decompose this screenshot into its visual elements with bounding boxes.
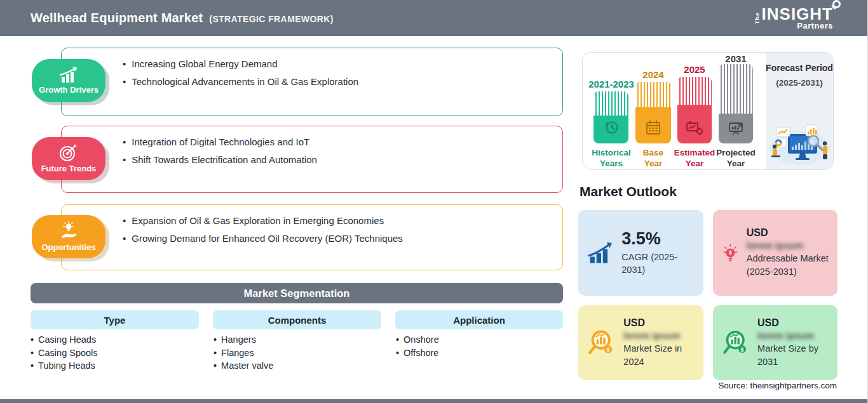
logo-insight-text: INSIGHT [762, 6, 833, 22]
year-label: 2025 [682, 64, 707, 75]
list-item: Hangers [214, 333, 379, 347]
badge-label: Growth Drivers [39, 85, 98, 95]
list-item: Tubing Heads [31, 359, 196, 373]
opportunity-item: Expansion of Oil & Gas Exploration in Em… [123, 214, 550, 228]
growth-drivers-box: Increasing Global Energy Demand Technolo… [61, 48, 563, 116]
growth-driver-item: Technological Advancements in Oil & Gas … [123, 75, 550, 89]
addressable-market-card: $ USD lorem ipsum Addressable Market (20… [713, 210, 837, 296]
segment-column-components: Components [213, 310, 381, 329]
analytics-gear-icon [686, 121, 703, 136]
historical-years-bar [593, 91, 628, 143]
timeline-card: Forecast Period (2025-2031) [582, 52, 834, 170]
svg-text:$: $ [741, 347, 744, 353]
cagr-value: 3.5% [621, 230, 695, 249]
currency-label: USD [757, 317, 829, 329]
future-trend-item: Shift Towards Electrification and Automa… [123, 153, 550, 167]
card-label: Market Size in 2024 [623, 342, 695, 368]
opportunity-item: Growing Demand for Enhanced Oil Recovery… [123, 232, 550, 246]
growth-drivers-badge: Growth Drivers [32, 59, 105, 102]
footer-bar [0, 399, 868, 403]
opportunities-box: Expansion of Oil & Gas Exploration in Em… [61, 204, 563, 270]
base-year-bar [635, 82, 671, 143]
forecast-panel: Forecast Period (2025-2031) [766, 53, 833, 169]
opportunities-badge: Opportunities [32, 215, 105, 258]
magnifier-chart-green-icon: $ [722, 325, 750, 360]
cagr-chart-icon [587, 241, 614, 266]
list-item: Casing Heads [31, 333, 196, 347]
year-label: 2031 [723, 53, 749, 64]
type-list: Casing Heads Casing Spools Tubing Heads [31, 333, 196, 373]
currency-label: USD [623, 317, 695, 329]
bar-caption: Projected Year [714, 148, 758, 169]
bulb-dollar-icon: $ [722, 237, 739, 270]
blurred-value: lorem ipsum [623, 330, 695, 341]
blurred-value: lorem ipsum [747, 240, 829, 251]
segment-column-application: Application [395, 310, 563, 329]
forecast-title: Forecast Period [766, 63, 833, 74]
future-trend-item: Integration of Digital Technologies and … [123, 135, 550, 149]
projected-year-bar [719, 64, 753, 143]
segment-column-type: Type [31, 310, 199, 329]
presentation-icon [728, 121, 744, 136]
list-item: Onshore [396, 333, 561, 347]
logo-the-text: The [754, 8, 761, 24]
infographic-canvas: Wellhead Equipment Market (STRATEGIC FRA… [0, 0, 868, 403]
year-label: 2024 [641, 69, 666, 80]
cagr-label: CAGR (2025-2031) [621, 251, 695, 277]
clock-history-icon [603, 119, 620, 136]
market-size-2031-card: $ USD lorem ipsum Market Size by 2031 [713, 305, 837, 380]
calendar-icon [645, 119, 661, 136]
list-item: Offshore [396, 347, 561, 360]
estimated-year-bar [677, 77, 712, 143]
forecast-range: (2025-2031) [766, 78, 833, 88]
magnifier-chart-orange-icon: $ [587, 325, 616, 360]
future-trends-box: Integration of Digital Technologies and … [61, 126, 563, 193]
year-label: 2021-2023 [586, 79, 637, 89]
list-item: Flanges [214, 347, 379, 360]
bulb-hand-icon [59, 221, 78, 241]
analytics-illustration [768, 122, 831, 167]
magnifier-icon [832, 0, 841, 8]
svg-text:$: $ [729, 249, 732, 256]
page-title: Wellhead Equipment Market [31, 11, 203, 25]
bar-caption: Historical Years [588, 148, 634, 169]
list-item: Master valve [214, 359, 379, 373]
svg-text:$: $ [607, 347, 610, 353]
blurred-value: lorem ipsum [757, 330, 829, 341]
target-dart-icon [59, 144, 78, 162]
badge-label: Future Trends [41, 164, 97, 173]
growth-driver-item: Increasing Global Energy Demand [123, 57, 550, 71]
card-label: Addressable Market (2025-2031) [747, 252, 829, 278]
application-list: Onshore Offshore [396, 333, 561, 359]
bar-caption: Base Year [641, 148, 666, 169]
market-segmentation-header: Market Segmentation [31, 283, 563, 303]
list-item: Casing Spools [31, 347, 196, 360]
market-outlook-title: Market Outlook [580, 184, 677, 199]
growth-chart-icon [58, 67, 79, 83]
page-subtitle: (STRATEGIC FRAMEWORK) [209, 14, 334, 24]
cagr-card: 3.5% CAGR (2025-2031) [578, 210, 703, 296]
bar-caption: Estimated Year [672, 148, 717, 169]
source-attribution: Source: theinsightpartners.com [718, 381, 837, 390]
segmentation-title: Market Segmentation [244, 287, 350, 300]
future-trends-badge: Future Trends [32, 137, 105, 180]
components-list: Hangers Flanges Master valve [214, 333, 379, 373]
header-bar: Wellhead Equipment Market (STRATEGIC FRA… [0, 0, 868, 36]
currency-label: USD [747, 227, 829, 239]
card-label: Market Size by 2031 [757, 342, 829, 368]
badge-label: Opportunities [41, 242, 95, 252]
insight-partners-logo: The INSIGHT Partners [754, 6, 833, 30]
market-size-2024-card: $ USD lorem ipsum Market Size in 2024 [578, 305, 703, 380]
